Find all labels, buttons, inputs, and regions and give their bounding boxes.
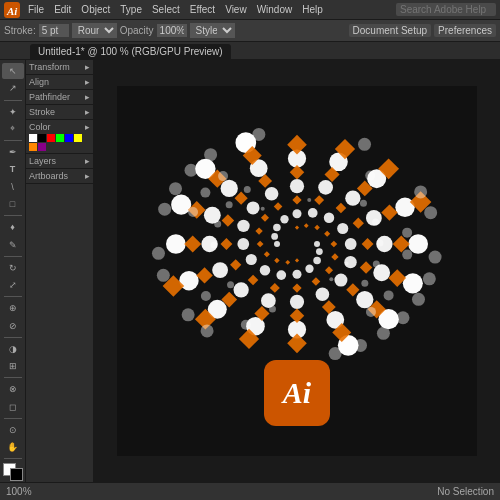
menu-view[interactable]: View bbox=[220, 4, 252, 15]
gradient-tool[interactable]: ◑ bbox=[2, 341, 24, 357]
svg-point-26 bbox=[166, 234, 186, 254]
scale-tool[interactable]: ⤢ bbox=[2, 277, 24, 293]
panel-stroke-toggle[interactable]: ▸ bbox=[85, 107, 90, 117]
svg-point-128 bbox=[376, 240, 383, 247]
svg-rect-90 bbox=[330, 241, 337, 248]
panel-stroke: Stroke ▸ bbox=[26, 105, 93, 120]
menu-select[interactable]: Select bbox=[147, 4, 185, 15]
selection-tool[interactable]: ↖ bbox=[2, 63, 24, 79]
blend-tool[interactable]: ⊕ bbox=[2, 300, 24, 316]
menu-help[interactable]: Help bbox=[297, 4, 328, 15]
panel-artboards-toggle[interactable]: ▸ bbox=[85, 171, 90, 181]
direct-selection-tool[interactable]: ↗ bbox=[2, 80, 24, 96]
svg-point-2 bbox=[314, 241, 320, 247]
rectangle-tool[interactable]: □ bbox=[2, 196, 24, 212]
svg-point-45 bbox=[212, 262, 228, 278]
panel-color-label: Color bbox=[29, 122, 51, 132]
svg-rect-87 bbox=[304, 223, 309, 228]
swatch-black[interactable] bbox=[38, 134, 46, 142]
menu-file[interactable]: File bbox=[23, 4, 49, 15]
svg-point-31 bbox=[271, 233, 278, 240]
tool-divider-7 bbox=[4, 377, 22, 378]
svg-point-10 bbox=[237, 238, 249, 250]
svg-rect-74 bbox=[290, 308, 304, 322]
swatch-red[interactable] bbox=[47, 134, 55, 142]
search-input[interactable] bbox=[396, 3, 496, 16]
svg-point-40 bbox=[334, 274, 347, 287]
line-tool[interactable]: \ bbox=[2, 179, 24, 195]
svg-point-124 bbox=[226, 201, 233, 208]
svg-rect-65 bbox=[274, 202, 283, 211]
left-panels: Transform ▸ Align ▸ Pathfinder ▸ Stroke … bbox=[26, 60, 94, 482]
svg-point-129 bbox=[384, 290, 394, 300]
document-setup-button[interactable]: Document Setup bbox=[349, 24, 432, 37]
panel-transform-toggle[interactable]: ▸ bbox=[85, 62, 90, 72]
svg-point-135 bbox=[218, 171, 228, 181]
swatch-blue[interactable] bbox=[65, 134, 73, 142]
menu-type[interactable]: Type bbox=[115, 4, 147, 15]
svg-rect-92 bbox=[325, 266, 333, 274]
slice-tool[interactable]: ⊗ bbox=[2, 381, 24, 397]
eyedropper-tool[interactable]: ⊘ bbox=[2, 317, 24, 333]
opacity-input[interactable] bbox=[157, 24, 187, 37]
svg-point-48 bbox=[221, 180, 238, 197]
swatch-orange[interactable] bbox=[29, 143, 37, 151]
zoom-level: 100% bbox=[6, 486, 32, 497]
hand-tool[interactable]: ✋ bbox=[2, 439, 24, 455]
svg-point-139 bbox=[377, 327, 390, 340]
ai-logo: Ai bbox=[264, 360, 330, 426]
left-toolbar: ↖ ↗ ✦ ⌖ ✒ T \ □ ♦ ✎ ↻ ⤢ ⊕ ⊘ ◑ ⊞ ⊗ ◻ ⊙ ✋ bbox=[0, 60, 26, 482]
style-select[interactable]: Style bbox=[190, 23, 235, 38]
menu-object[interactable]: Object bbox=[76, 4, 115, 15]
svg-point-37 bbox=[337, 223, 348, 234]
stroke-type-select[interactable]: Round Miter bbox=[72, 23, 117, 38]
zoom-tool[interactable]: ⊙ bbox=[2, 422, 24, 438]
stroke-label: Stroke: bbox=[4, 25, 36, 36]
menu-window[interactable]: Window bbox=[252, 4, 298, 15]
document-tab[interactable]: Untitled-1* @ 100 % (RGB/GPU Preview) bbox=[30, 44, 231, 59]
eraser-tool[interactable]: ◻ bbox=[2, 398, 24, 414]
panel-color-toggle[interactable]: ▸ bbox=[85, 122, 90, 132]
panel-layers-toggle[interactable]: ▸ bbox=[85, 156, 90, 166]
panel-artboards-label: Artboards bbox=[29, 171, 68, 181]
app-logo: Ai bbox=[4, 2, 20, 18]
svg-rect-66 bbox=[292, 195, 301, 204]
svg-point-136 bbox=[365, 171, 375, 181]
svg-rect-102 bbox=[290, 165, 304, 179]
artboard: Ai bbox=[117, 86, 477, 456]
canvas-area[interactable]: Ai bbox=[94, 60, 500, 482]
svg-point-127 bbox=[372, 219, 379, 226]
svg-rect-97 bbox=[230, 259, 241, 270]
svg-point-130 bbox=[366, 307, 376, 317]
lasso-tool[interactable]: ⌖ bbox=[2, 121, 24, 137]
svg-rect-61 bbox=[264, 251, 270, 257]
paintbrush-tool[interactable]: ♦ bbox=[2, 219, 24, 235]
type-tool[interactable]: T bbox=[2, 161, 24, 177]
panel-pathfinder-toggle[interactable]: ▸ bbox=[85, 92, 90, 102]
tool-divider-9 bbox=[4, 458, 22, 459]
svg-point-134 bbox=[200, 188, 210, 198]
mesh-tool[interactable]: ⊞ bbox=[2, 358, 24, 374]
rotate-tool[interactable]: ↻ bbox=[2, 260, 24, 276]
svg-point-30 bbox=[274, 241, 280, 247]
stroke-value-input[interactable] bbox=[39, 24, 69, 37]
panel-align-toggle[interactable]: ▸ bbox=[85, 77, 90, 87]
svg-rect-86 bbox=[295, 226, 299, 230]
panel-transform-label: Transform bbox=[29, 62, 70, 72]
swatch-purple[interactable] bbox=[38, 143, 46, 151]
pen-tool[interactable]: ✒ bbox=[2, 144, 24, 160]
svg-point-154 bbox=[429, 251, 442, 264]
swatch-yellow[interactable] bbox=[74, 134, 82, 142]
svg-point-144 bbox=[157, 269, 170, 282]
swatch-green[interactable] bbox=[56, 134, 64, 142]
swatch-white[interactable] bbox=[29, 134, 37, 142]
panel-color: Color ▸ bbox=[26, 120, 93, 154]
magic-wand-tool[interactable]: ✦ bbox=[2, 104, 24, 120]
menu-edit[interactable]: Edit bbox=[49, 4, 76, 15]
fill-stroke-widget[interactable] bbox=[2, 462, 24, 482]
menu-effect[interactable]: Effect bbox=[185, 4, 220, 15]
preferences-button[interactable]: Preferences bbox=[434, 24, 496, 37]
svg-point-5 bbox=[305, 265, 313, 273]
tab-bar: Untitled-1* @ 100 % (RGB/GPU Preview) bbox=[0, 42, 500, 60]
pencil-tool[interactable]: ✎ bbox=[2, 236, 24, 252]
